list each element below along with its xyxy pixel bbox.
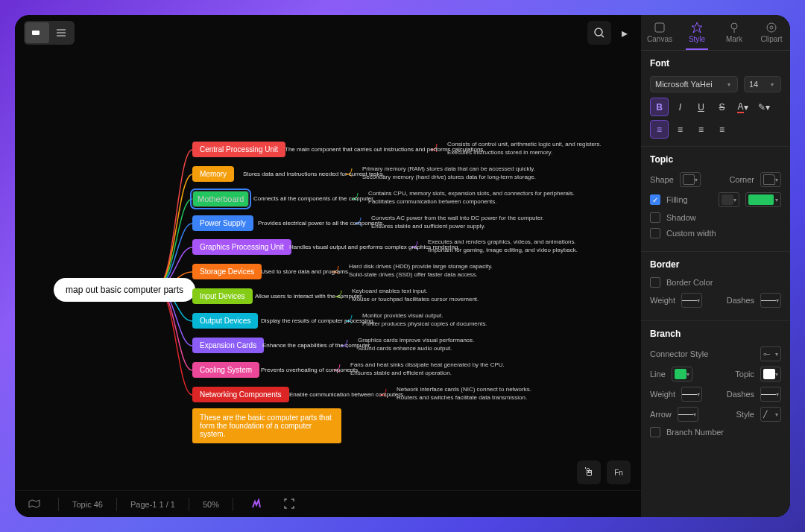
- highlight-button[interactable]: ✎▾: [754, 98, 773, 116]
- align-center-button[interactable]: ≡: [671, 120, 689, 139]
- branch-node[interactable]: Expansion Cards: [192, 338, 264, 353]
- border-weight-label: Weight: [650, 296, 675, 305]
- font-color-button[interactable]: A▾: [733, 98, 752, 116]
- view-card-button[interactable]: [25, 22, 49, 43]
- sub-note: Monitor provides visual output.: [362, 312, 443, 319]
- search-button[interactable]: [587, 21, 611, 45]
- svg-rect-6: [655, 23, 664, 32]
- branch-dashes-select[interactable]: ▾: [760, 387, 781, 402]
- mouse-mode-button[interactable]: 🖱: [577, 460, 601, 484]
- main-area: ▸ map out basic computer parts Central P…: [15, 15, 641, 517]
- corner-select[interactable]: ▾: [760, 172, 781, 187]
- branch-node[interactable]: Power Supply: [192, 215, 253, 231]
- branch-topic-color[interactable]: ▾: [760, 367, 781, 381]
- tab-style[interactable]: Style: [678, 15, 716, 50]
- branch-node[interactable]: Networking Components: [192, 387, 289, 402]
- sub-note: Important for gaming, image editing, and…: [428, 247, 578, 253]
- topic-section: Topic Shape ▾ Corner ▾ Filling ▾ ▾ Shado…: [641, 147, 790, 252]
- fullscreen-button[interactable]: [280, 495, 299, 513]
- topic-title: Topic: [650, 154, 781, 165]
- align-right-button[interactable]: ≡: [692, 120, 710, 139]
- corner-label: Corner: [729, 175, 754, 184]
- panel-tabs: CanvasStyleMarkClipart: [641, 15, 790, 51]
- sub-note: Secondary memory (hard drive) stores dat…: [362, 174, 536, 180]
- shadow-label: Shadow: [666, 213, 696, 222]
- top-toolbar: ▸: [15, 15, 641, 51]
- bold-button[interactable]: B: [650, 98, 669, 116]
- root-node[interactable]: map out basic computer parts: [54, 278, 195, 302]
- branch-topic-label: Topic: [735, 370, 754, 379]
- fn-button[interactable]: Fn: [607, 460, 631, 484]
- mindmap-canvas[interactable]: map out basic computer parts Central Pro…: [15, 51, 641, 490]
- connector-label: Connector Style: [650, 349, 708, 358]
- sub-note: Ensures stable and efficient operation.: [350, 370, 452, 376]
- summary-node[interactable]: These are the basic computer parts that …: [192, 408, 341, 443]
- branch-description: Connects all the components of the compu…: [253, 195, 375, 202]
- branch-node[interactable]: Motherboard: [192, 191, 249, 207]
- svg-point-7: [731, 23, 737, 29]
- border-weight-select[interactable]: ▾: [681, 293, 702, 308]
- font-section: Font Microsoft YaHei▾ 14▾ B I U S A▾ ✎▾ …: [641, 51, 790, 147]
- align-justify-button[interactable]: ≡: [713, 120, 731, 139]
- branch-node[interactable]: Central Processing Unit: [192, 142, 285, 157]
- sub-note: Contains CPU, memory slots, expansion sl…: [368, 190, 575, 197]
- branch-node[interactable]: Cooling System: [192, 362, 259, 378]
- branch-title: Branch: [650, 329, 781, 339]
- sub-note: Graphics cards improve visual performanc…: [358, 337, 475, 343]
- branch-number-checkbox[interactable]: [650, 427, 660, 437]
- font-title: Font: [650, 58, 781, 69]
- branch-style-select[interactable]: ╱▾: [760, 407, 781, 422]
- branch-dashes-label: Dashes: [727, 390, 754, 399]
- branch-description: Enhance the capabilities of the computer…: [262, 342, 371, 349]
- shadow-checkbox[interactable]: [650, 212, 660, 223]
- page-indicator: Page-1 1 / 1: [130, 500, 175, 509]
- filling-checkbox[interactable]: [650, 194, 660, 205]
- branch-description: Allow users to interact with the compute…: [255, 293, 363, 300]
- tab-mark[interactable]: Mark: [716, 15, 753, 50]
- branch-node[interactable]: Output Devices: [192, 313, 258, 329]
- branch-node[interactable]: Storage Devices: [192, 264, 262, 279]
- branch-weight-select[interactable]: ▾: [681, 387, 702, 402]
- font-size-select[interactable]: 14▾: [744, 76, 781, 92]
- branch-node[interactable]: Memory: [192, 166, 234, 182]
- tab-clipart[interactable]: Clipart: [753, 15, 790, 50]
- fill-color[interactable]: ▾: [745, 192, 781, 207]
- underline-button[interactable]: U: [692, 98, 710, 116]
- view-list-button[interactable]: [49, 22, 73, 43]
- branch-arrow-select[interactable]: ▾: [678, 407, 698, 422]
- sub-note: Printer produces physical copies of docu…: [362, 320, 487, 327]
- branch-node[interactable]: Input Devices: [192, 288, 253, 304]
- sub-note: Routers and switches facilitate data tra…: [397, 394, 527, 401]
- sub-note: Primary memory (RAM) stores data that ca…: [362, 165, 535, 172]
- map-overview-button[interactable]: [24, 496, 45, 513]
- branch-style-label: Style: [736, 410, 754, 419]
- toggle-panel-button[interactable]: ▸: [617, 26, 632, 40]
- app-frame: ▸ map out basic computer parts Central P…: [15, 15, 790, 517]
- font-family-select[interactable]: Microsoft YaHei▾: [650, 76, 738, 92]
- italic-button[interactable]: I: [671, 98, 689, 116]
- border-title: Border: [650, 259, 781, 270]
- custom-width-checkbox[interactable]: [650, 228, 660, 238]
- view-mode-toggle[interactable]: [24, 21, 75, 45]
- sub-note: Consists of control unit, arithmetic log…: [447, 141, 602, 148]
- topic-count: Topic 46: [72, 500, 103, 509]
- tab-canvas[interactable]: Canvas: [641, 15, 678, 50]
- zoom-level[interactable]: 50%: [203, 500, 219, 509]
- align-left-button[interactable]: ≡: [650, 120, 669, 139]
- shape-label: Shape: [650, 175, 674, 184]
- branch-node[interactable]: Graphics Processing Unit: [192, 239, 291, 255]
- connector-select[interactable]: ⟜▾: [760, 346, 781, 361]
- branch-line-color[interactable]: ▾: [672, 367, 692, 381]
- svg-rect-0: [32, 31, 40, 35]
- fill-bg-color[interactable]: ▾: [719, 192, 739, 207]
- sub-note: Ensures stable and sufficient power supp…: [371, 223, 485, 229]
- border-color-label: Border Color: [666, 278, 713, 287]
- border-color-checkbox[interactable]: [650, 277, 660, 288]
- border-dashes-select[interactable]: ▾: [760, 293, 781, 308]
- theme-button[interactable]: [247, 495, 266, 513]
- strike-button[interactable]: S: [713, 98, 731, 116]
- shape-select[interactable]: ▾: [680, 172, 701, 187]
- sub-note: Converts AC power from the wall into DC …: [371, 215, 544, 221]
- sub-note: Hard disk drives (HDD) provide large sto…: [349, 263, 493, 270]
- border-dashes-label: Dashes: [727, 296, 754, 305]
